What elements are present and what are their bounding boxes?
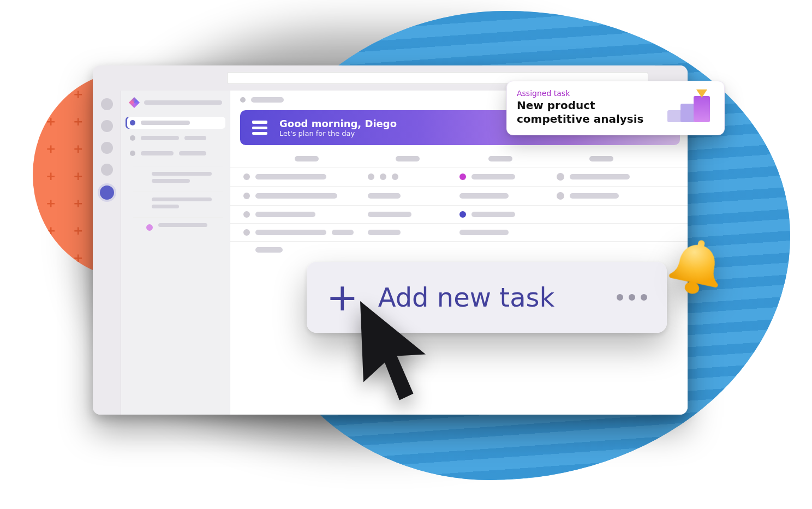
- more-options-icon[interactable]: [617, 294, 647, 301]
- sidebar-sub-item-1[interactable]: [133, 166, 223, 188]
- notification-bell-icon: [658, 229, 735, 306]
- toast-headline: New product competitive analysis: [517, 99, 658, 126]
- cursor-pointer-icon: [352, 296, 434, 405]
- rail-item-1[interactable]: [101, 98, 113, 110]
- sidebar-item-2[interactable]: [126, 132, 225, 144]
- sidebar-item-selected[interactable]: [126, 117, 225, 129]
- task-list: [230, 167, 688, 258]
- rail-item-2[interactable]: [101, 120, 113, 132]
- sidebar-sub-item-2[interactable]: [133, 191, 223, 214]
- rail-item-active[interactable]: [100, 185, 114, 200]
- hero-subtitle: Let's plan for the day: [279, 129, 397, 137]
- sidebar-subsection: [126, 163, 225, 238]
- table-row[interactable]: [230, 241, 688, 258]
- table-row[interactable]: [230, 205, 688, 223]
- toast-eyebrow: Assigned task: [517, 89, 658, 98]
- list-icon: [252, 121, 267, 135]
- sidebar: [121, 91, 230, 415]
- hero-title: Good morning, Diego: [279, 118, 397, 129]
- app-logo-icon: [129, 97, 140, 108]
- app-logo-row: [126, 96, 225, 113]
- table-header: [230, 152, 688, 167]
- sidebar-sub-item-3[interactable]: [133, 217, 223, 236]
- bar-chart-icon: [667, 93, 714, 122]
- content-area: Good morning, Diego Let's plan for the d…: [230, 91, 688, 415]
- nav-rail: [93, 91, 121, 415]
- table-row[interactable]: [230, 186, 688, 205]
- rail-item-4[interactable]: [101, 164, 113, 176]
- rail-item-3[interactable]: [101, 142, 113, 154]
- assigned-task-toast[interactable]: Assigned task New product competitive an…: [506, 81, 725, 135]
- table-row[interactable]: [230, 223, 688, 241]
- sidebar-item-3[interactable]: [126, 147, 225, 159]
- table-row[interactable]: [230, 167, 688, 186]
